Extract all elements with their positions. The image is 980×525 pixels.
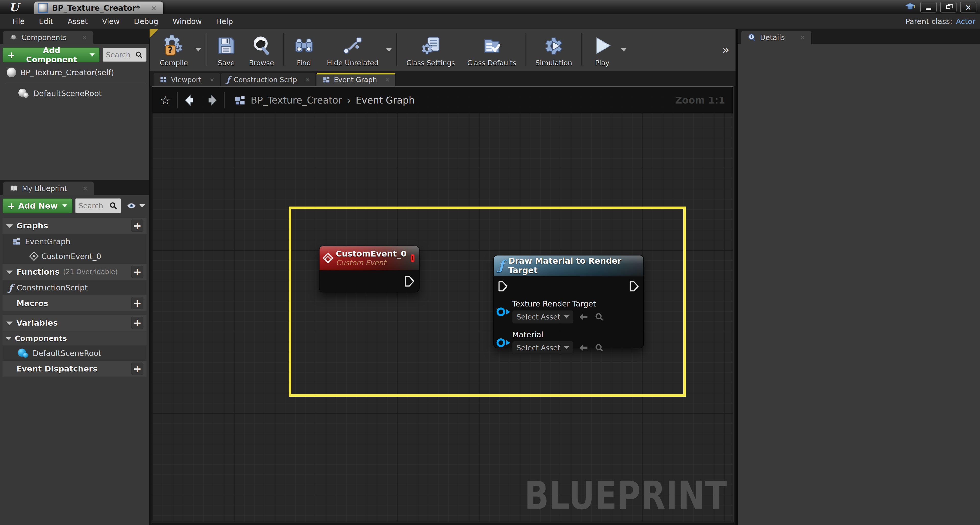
divider [177, 92, 178, 108]
compile-button[interactable]: ? Compile [154, 30, 194, 69]
svg-text:?: ? [168, 45, 173, 55]
play-button[interactable]: Play [585, 30, 619, 69]
use-selected-asset-icon[interactable] [578, 311, 589, 322]
tab-details[interactable]: Details × [741, 30, 811, 44]
parent-class-link[interactable]: Actor [956, 17, 975, 26]
compile-options-dropdown[interactable] [196, 48, 201, 51]
exec-output-pin[interactable] [404, 275, 415, 287]
title-bar: U BP_Texture_Creator* × × [0, 0, 980, 14]
scene-root-icon [18, 88, 29, 98]
browse-asset-icon[interactable] [594, 312, 605, 322]
play-icon [591, 34, 613, 57]
menu-window[interactable]: Window [165, 17, 209, 26]
menu-debug[interactable]: Debug [127, 17, 165, 26]
section-event-dispatchers[interactable]: Event Dispatchers + [3, 361, 146, 377]
chevron-down-icon [89, 53, 95, 56]
close-icon[interactable]: × [800, 34, 805, 41]
row-custom-event[interactable]: CustomEvent_0 [3, 249, 146, 263]
menu-asset[interactable]: Asset [60, 17, 95, 26]
close-icon[interactable]: × [210, 76, 214, 83]
components-tab-label: Components [21, 33, 67, 42]
hide-unrelated-options-dropdown[interactable] [386, 48, 392, 51]
tab-viewport[interactable]: Viewport × [154, 73, 220, 86]
simulation-button[interactable]: Simulation [529, 30, 578, 69]
add-function-button[interactable]: + [131, 266, 143, 278]
asset-editor-tab[interactable]: BP_Texture_Creator* × [34, 2, 163, 14]
component-row-scene-root[interactable]: DefaultSceneRoot [3, 86, 146, 101]
event-graph-canvas[interactable]: ☆ BP_Texture_Creator › [151, 86, 733, 522]
zoom-level-label: Zoom 1:1 [675, 95, 725, 106]
node-draw-material-to-render-target[interactable]: ƒ Draw Material to Render Target [493, 255, 644, 348]
forward-arrow-icon[interactable] [204, 94, 218, 106]
toolbar-overflow-button[interactable]: » [722, 43, 733, 57]
save-button[interactable]: Save [210, 30, 243, 69]
section-graphs[interactable]: Graphs + [3, 218, 146, 233]
use-selected-asset-icon[interactable] [578, 342, 589, 354]
row-label: CustomEvent_0 [41, 252, 101, 261]
section-macros[interactable]: Macros + [3, 295, 146, 311]
close-icon[interactable]: × [385, 76, 390, 83]
close-icon[interactable]: × [82, 34, 87, 41]
play-options-dropdown[interactable] [621, 48, 627, 51]
back-arrow-icon[interactable] [184, 94, 197, 106]
row-event-graph[interactable]: EventGraph [3, 234, 146, 249]
restore-button[interactable] [940, 2, 956, 13]
minimize-icon [926, 8, 931, 10]
tab-my-blueprint[interactable]: My Blueprint × [3, 182, 94, 195]
menu-edit[interactable]: Edit [32, 17, 60, 26]
row-construction-script[interactable]: ƒ ConstructionScript [3, 281, 146, 295]
delegate-pin[interactable] [410, 254, 414, 262]
my-blueprint-search-input[interactable] [79, 202, 107, 210]
exec-input-pin[interactable] [497, 281, 509, 293]
visibility-filter-button[interactable] [124, 201, 146, 211]
object-pin-material[interactable] [495, 337, 512, 349]
add-macro-button[interactable]: + [131, 297, 143, 309]
components-search-input[interactable] [106, 51, 132, 59]
section-variables-components[interactable]: Components [3, 331, 146, 345]
tutorial-cap-icon[interactable] [904, 2, 917, 13]
close-icon[interactable]: × [83, 185, 88, 192]
node-custom-event[interactable]: CustomEvent_0 Custom Event [319, 246, 420, 292]
row-default-scene-root[interactable]: DefaultSceneRoot [3, 346, 146, 360]
exec-output-pin[interactable] [628, 281, 640, 293]
add-variable-button[interactable]: + [131, 317, 143, 329]
close-window-button[interactable]: × [960, 2, 977, 13]
row-label: ConstructionScript [17, 283, 88, 292]
select-asset-dropdown[interactable]: Select Asset [512, 310, 573, 324]
pin-label: Material [512, 330, 605, 339]
class-settings-button[interactable]: Class Settings [400, 30, 461, 69]
menu-help[interactable]: Help [209, 17, 240, 26]
add-event-dispatcher-button[interactable]: + [131, 363, 143, 375]
toolbar-divider [206, 33, 207, 66]
my-blueprint-search[interactable] [75, 198, 121, 213]
add-component-button[interactable]: + Add Component [3, 48, 100, 62]
breadcrumb-root[interactable]: BP_Texture_Creator [251, 95, 342, 106]
tab-event-graph[interactable]: Event Graph × [317, 73, 395, 86]
favorite-star-icon[interactable]: ☆ [160, 93, 170, 107]
details-info-icon [747, 33, 756, 42]
section-variables[interactable]: Variables + [3, 315, 146, 331]
minimize-button[interactable] [920, 2, 937, 13]
component-row-self[interactable]: BP_Texture_Creator(self) [3, 65, 146, 80]
pin-label: Texture Render Target [512, 299, 605, 308]
object-pin-texture-render-target[interactable] [495, 306, 512, 318]
close-icon[interactable]: × [305, 76, 310, 83]
browse-button[interactable]: Browse [243, 30, 280, 69]
find-button[interactable]: Find [287, 30, 321, 69]
components-search[interactable] [103, 48, 146, 62]
add-graph-button[interactable]: + [131, 219, 143, 232]
menu-view[interactable]: View [95, 17, 127, 26]
breadcrumb-current[interactable]: Event Graph [356, 95, 415, 106]
hide-unrelated-button[interactable]: Hide Unrelated [321, 30, 385, 69]
tab-components[interactable]: Components × [3, 30, 93, 44]
tab-construction-script[interactable]: ƒ Construction Scrip × [221, 73, 315, 86]
breadcrumb-chevron-icon: › [347, 94, 351, 106]
section-functions[interactable]: Functions (21 Overridable) + [3, 264, 146, 280]
class-defaults-button[interactable]: Class Defaults [461, 30, 522, 69]
browse-asset-icon[interactable] [594, 343, 605, 353]
menu-file[interactable]: File [5, 17, 32, 26]
close-icon[interactable]: × [151, 4, 157, 12]
toolbar-divider [396, 33, 397, 66]
select-asset-dropdown[interactable]: Select Asset [512, 341, 573, 354]
add-new-button[interactable]: + Add New [3, 198, 72, 213]
